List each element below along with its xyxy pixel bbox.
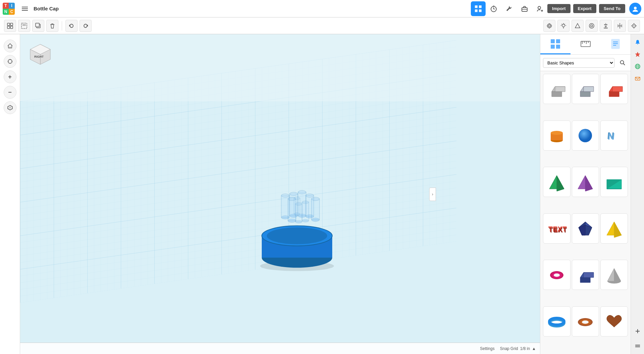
project-name[interactable]: Bottle Cap (34, 6, 252, 11)
camera-icon (546, 22, 553, 29)
add-icon (635, 328, 641, 334)
home-icon (7, 43, 13, 49)
group-button[interactable] (4, 20, 16, 32)
ring-button[interactable] (586, 20, 598, 32)
svg-marker-127 (557, 175, 564, 191)
shape-pyramid-yellow[interactable] (600, 213, 628, 244)
sphere-icon (575, 126, 595, 145)
shape-box-solid[interactable] (572, 74, 599, 104)
svg-marker-119 (612, 87, 623, 92)
hamburger-menu-button[interactable] (19, 3, 31, 15)
perspective-button[interactable] (4, 101, 16, 114)
main-area: + − (0, 34, 644, 354)
camera-button[interactable] (543, 20, 555, 32)
shape-wedge-teal[interactable] (600, 167, 628, 197)
shape-search-button[interactable] (617, 57, 628, 68)
svg-marker-26 (575, 23, 580, 28)
svg-rect-30 (604, 24, 607, 25)
pyramid-purple-icon (575, 173, 595, 191)
import-button[interactable]: Import (547, 4, 570, 13)
grid-tab-icon (549, 38, 561, 50)
box-hole-icon (547, 80, 567, 98)
shape-gem-blue[interactable] (572, 213, 599, 244)
delete-button[interactable] (46, 20, 58, 32)
gallery-button[interactable] (471, 1, 486, 16)
notifications-button[interactable] (632, 37, 643, 48)
light-button[interactable] (557, 20, 569, 32)
globe-button[interactable] (632, 61, 643, 72)
user-avatar[interactable] (629, 3, 641, 15)
tab-grid[interactable] (540, 34, 571, 54)
gallery-icon (475, 5, 482, 12)
shape-torus-ring[interactable] (543, 306, 571, 337)
star-button[interactable] (632, 49, 643, 60)
mirror-button[interactable] (614, 20, 626, 32)
focus-icon (7, 58, 13, 64)
tab-ruler[interactable] (571, 34, 601, 54)
separator-1 (62, 21, 62, 31)
ruler-tab-icon (580, 38, 592, 50)
svg-rect-15 (10, 23, 13, 26)
layers-button[interactable] (632, 341, 643, 351)
tab-notes[interactable] (600, 34, 631, 54)
mirror-icon (616, 22, 623, 29)
shape-pyramid-green[interactable] (543, 167, 571, 197)
collapse-panel-button[interactable]: › (429, 188, 436, 201)
box-blue2-icon (575, 266, 595, 284)
zoom-out-button[interactable]: − (4, 86, 16, 99)
cone-icon (604, 266, 624, 284)
pyramid-yellow-icon (604, 219, 624, 238)
snap-grid-arrow[interactable]: ▲ (532, 346, 536, 351)
shape-text-red[interactable]: TEXT TEXT TEXT (543, 213, 571, 244)
svg-point-123 (579, 129, 592, 142)
svg-point-13 (634, 7, 637, 9)
svg-point-10 (538, 6, 541, 9)
shape-cylinder[interactable] (543, 120, 571, 151)
ungroup-button[interactable] (18, 20, 30, 32)
timer-button[interactable] (486, 1, 501, 16)
home-button[interactable] (4, 40, 16, 52)
hamburger-icon (22, 7, 28, 11)
shape-box-blue2[interactable] (572, 260, 599, 290)
shape-sphere[interactable] (572, 120, 599, 151)
logo-n: N (3, 9, 9, 15)
settings-label[interactable]: Settings (480, 346, 494, 351)
add-user-button[interactable] (533, 1, 547, 16)
shape-cone[interactable] (600, 260, 628, 290)
shape-outline-button[interactable] (572, 20, 584, 32)
box-solid-icon (575, 80, 595, 98)
svg-point-76 (306, 194, 314, 197)
scene-container (20, 34, 540, 354)
globe-icon (635, 63, 641, 69)
viewport[interactable]: RIGHT (20, 34, 540, 354)
shape-torus-pink[interactable] (543, 260, 571, 290)
shape-box-red[interactable] (600, 74, 628, 104)
zoom-in-button[interactable]: + (4, 70, 16, 83)
undo-button[interactable] (65, 20, 78, 32)
light-icon (560, 22, 567, 29)
snap-button[interactable] (628, 20, 640, 32)
add-button[interactable] (632, 326, 643, 337)
align-button[interactable] (600, 20, 612, 32)
redo-button[interactable] (80, 20, 92, 32)
briefcase-button[interactable] (517, 1, 532, 16)
topbar: T I N C Bottle Cap (0, 0, 644, 17)
export-button[interactable]: Export (573, 4, 596, 13)
snap-icon (631, 22, 637, 29)
svg-marker-115 (580, 92, 590, 97)
duplicate-button[interactable] (32, 20, 44, 32)
focus-button[interactable] (4, 55, 16, 68)
shape-heart[interactable] (600, 306, 628, 337)
shape-pyramid-purple[interactable] (572, 167, 599, 197)
mail-button[interactable] (632, 73, 643, 84)
logo-c: C (9, 9, 15, 15)
shape-text-3d[interactable]: N N (600, 120, 628, 151)
far-right-panel (631, 34, 644, 354)
svg-marker-148 (614, 268, 621, 283)
shape-donut[interactable] (572, 306, 599, 337)
wrench-button[interactable] (502, 1, 516, 16)
shape-box-hole[interactable] (543, 74, 571, 104)
sendto-button[interactable]: Send To (599, 4, 625, 13)
shape-category-select[interactable]: Basic Shapes Letters Symbols Connectors … (543, 58, 614, 68)
torus-pink-icon (547, 266, 567, 284)
